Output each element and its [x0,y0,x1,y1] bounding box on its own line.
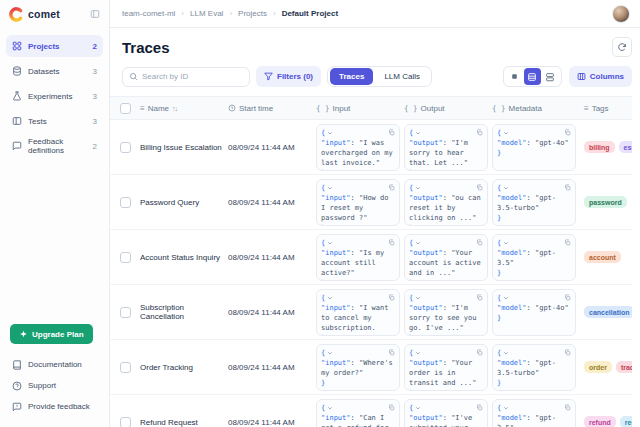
chevron-down-icon[interactable] [415,240,421,246]
json-cell-input[interactable]: {"input": "Where's my order?"} [316,344,400,391]
chevron-down-icon[interactable] [327,185,333,191]
copy-icon[interactable] [388,184,395,191]
sidebar-item-datasets[interactable]: Datasets 3 [6,60,103,82]
sidebar-item-feedback-definitions[interactable]: Feedback definitions 2 [6,135,103,157]
json-cell-input[interactable]: {"input": "Is my account still active?"} [316,234,400,281]
json-cell-input[interactable]: {"input": "Can I get a refund for my las… [316,399,400,427]
copy-icon[interactable] [388,294,395,301]
row-checkbox[interactable] [120,362,131,373]
json-cell-output[interactable]: {"output": "I've submitted your refund r… [404,399,488,427]
json-cell-output[interactable]: {"output": "I'm sorry to hear that. Let … [404,124,488,171]
json-cell-metadata[interactable]: {"model": "gpt-3.5-turbo"} [492,179,576,226]
density-medium-icon[interactable] [524,68,541,85]
tag-pill: account [584,251,621,263]
chevron-down-icon[interactable] [327,240,333,246]
columns-button[interactable]: Columns [569,66,632,87]
json-cell-input[interactable]: {"input": "I was overcharged on my last … [316,124,400,171]
chevron-down-icon[interactable] [327,405,333,411]
row-checkbox[interactable] [120,197,131,208]
copy-icon[interactable] [388,404,395,411]
chevron-down-icon[interactable] [327,350,333,356]
breadcrumb-item[interactable]: Projects [238,9,267,18]
row-checkbox[interactable] [120,417,131,427]
chevron-down-icon[interactable] [415,185,421,191]
refresh-button[interactable] [612,37,632,57]
copy-icon[interactable] [476,129,483,136]
copy-icon[interactable] [564,294,571,301]
row-checkbox[interactable] [120,142,131,153]
json-cell-metadata[interactable]: {"model": "gpt-4o"} [492,289,576,336]
copy-icon[interactable] [476,239,483,246]
breadcrumb-item[interactable]: team-comet-ml [122,9,175,18]
trace-start-time: 08/09/24 11:44 AM [228,308,316,317]
search-input[interactable] [142,72,243,81]
breadcrumb-item[interactable]: LLM Eval [190,9,223,18]
chevron-down-icon[interactable] [503,295,509,301]
json-cell-output[interactable]: {"output": "Your account is active and i… [404,234,488,281]
chevron-down-icon[interactable] [415,350,421,356]
density-small-icon[interactable] [506,68,523,85]
chevron-down-icon[interactable] [327,130,333,136]
tag-pill: password [584,196,627,208]
sidebar-item-experiments[interactable]: Experiments 3 [6,85,103,107]
copy-icon[interactable] [388,239,395,246]
sidebar-item-tests[interactable]: Tests 3 [6,110,103,132]
json-cell-output[interactable]: {"output": "ou can reset it by clicking … [404,179,488,226]
copy-icon[interactable] [564,404,571,411]
upgrade-plan-button[interactable]: Upgrade Plan [10,324,93,344]
clock-icon [228,104,236,112]
json-cell-metadata[interactable]: {"model": "gpt-4o"} [492,124,576,171]
table-row[interactable]: Password Query08/09/24 11:44 AM{"input":… [110,175,632,230]
copy-icon[interactable] [564,129,571,136]
table-row[interactable]: Billing Issue Escalation08/09/24 11:44 A… [110,120,632,175]
chevron-down-icon[interactable] [415,130,421,136]
json-cell-metadata[interactable]: {"model": "gpt-3.5"} [492,399,576,427]
json-cell-output[interactable]: {"output": "Your order is in transit and… [404,344,488,391]
column-header-name[interactable]: ≡ Name ↑↓ [140,104,228,113]
sidebar-item-projects[interactable]: Projects 2 [6,35,103,57]
json-cell-output[interactable]: {"output": "I'm sorry to see you go. I'v… [404,289,488,336]
json-key: "model" [497,359,527,367]
chevron-down-icon[interactable] [503,130,509,136]
search-box [122,67,250,87]
tab-traces[interactable]: Traces [330,68,373,85]
select-all-checkbox[interactable] [120,103,131,114]
row-checkbox[interactable] [120,307,131,318]
copy-icon[interactable] [388,129,395,136]
input-cell: {"input": "I was overcharged on my last … [316,124,404,171]
json-cell-input[interactable]: {"input": "How do I reset my password ?"… [316,179,400,226]
chevron-down-icon[interactable] [415,295,421,301]
copy-icon[interactable] [564,349,571,356]
table-row[interactable]: Refund Request08/09/24 11:44 AM{"input":… [110,395,632,427]
copy-icon[interactable] [564,239,571,246]
tab-llm-calls[interactable]: LLM Calls [375,68,429,85]
chevron-down-icon[interactable] [503,185,509,191]
sidebar-collapse-icon[interactable] [90,9,100,19]
json-cell-metadata[interactable]: {"model": "gpt-3.5-turbo"} [492,344,576,391]
avatar[interactable] [612,5,630,23]
table-row[interactable]: Subscription Cancellation08/09/24 11:44 … [110,285,632,340]
sidebar-item-documentation[interactable]: Documentation [6,354,103,375]
chevron-down-icon[interactable] [327,295,333,301]
chevron-down-icon[interactable] [503,240,509,246]
open-brace: { [409,128,413,138]
filters-button[interactable]: Filters (0) [256,66,321,87]
table-row[interactable]: Order Tracking08/09/24 11:44 AM{"input":… [110,340,632,395]
json-cell-metadata[interactable]: {"model": "gpt-3.5"} [492,234,576,281]
copy-icon[interactable] [476,184,483,191]
open-brace: { [321,348,325,358]
sidebar-item-support[interactable]: Support [6,375,103,396]
chevron-down-icon[interactable] [415,405,421,411]
copy-icon[interactable] [476,294,483,301]
table-row[interactable]: Account Status Inquiry08/09/24 11:44 AM{… [110,230,632,285]
chevron-down-icon[interactable] [503,405,509,411]
density-large-icon[interactable] [542,68,559,85]
chevron-down-icon[interactable] [503,350,509,356]
sidebar-item-provide-feedback[interactable]: Provide feedback [6,396,103,417]
copy-icon[interactable] [476,349,483,356]
copy-icon[interactable] [476,404,483,411]
row-checkbox[interactable] [120,252,131,263]
json-cell-input[interactable]: {"input": "I want to cancel my subscript… [316,289,400,336]
copy-icon[interactable] [564,184,571,191]
copy-icon[interactable] [388,349,395,356]
